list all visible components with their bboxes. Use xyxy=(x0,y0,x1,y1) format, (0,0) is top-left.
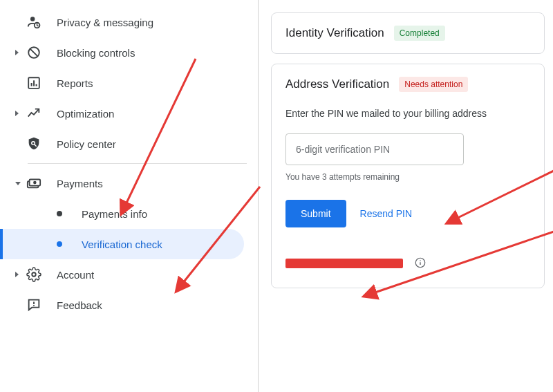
account-icon xyxy=(26,267,41,282)
optimization-icon xyxy=(26,106,41,121)
sidebar-item-blocking-controls[interactable]: Blocking controls xyxy=(0,37,258,68)
nav-label: Optimization xyxy=(57,108,114,120)
payments-icon xyxy=(26,176,41,191)
resend-pin-link[interactable]: Resend PIN xyxy=(360,208,412,219)
svg-rect-6 xyxy=(33,80,35,86)
svg-line-3 xyxy=(30,49,37,56)
submit-button[interactable]: Submit xyxy=(285,200,346,227)
svg-rect-7 xyxy=(36,84,37,86)
pin-input[interactable] xyxy=(285,133,464,165)
status-badge-completed: Completed xyxy=(394,26,445,41)
svg-point-21 xyxy=(420,260,421,261)
svg-point-0 xyxy=(30,17,35,21)
info-icon[interactable] xyxy=(414,256,427,271)
feedback-icon xyxy=(26,297,41,312)
sidebar-item-policy-center[interactable]: Policy center xyxy=(0,129,258,159)
sidebar: Privacy & messaging Blocking controls Re… xyxy=(0,0,259,392)
bullet-icon xyxy=(57,241,62,247)
svg-point-16 xyxy=(33,305,35,306)
sidebar-item-payments[interactable]: Payments xyxy=(0,168,258,198)
privacy-icon xyxy=(26,15,41,30)
svg-point-13 xyxy=(33,181,37,185)
nav-label: Payments info xyxy=(82,208,147,220)
svg-rect-5 xyxy=(31,83,32,86)
policy-icon xyxy=(26,136,41,151)
nav-label: Account xyxy=(57,269,94,281)
block-icon xyxy=(26,45,41,60)
nav-label: Payments xyxy=(57,178,103,189)
card-title: Identity Verification xyxy=(285,26,384,40)
reports-icon xyxy=(26,75,41,91)
main-content: Identity Verification Completed Address … xyxy=(259,0,553,392)
nav-label: Policy center xyxy=(57,138,116,150)
sidebar-item-payments-info[interactable]: Payments info xyxy=(0,198,258,229)
card-title: Address Verification xyxy=(285,77,389,91)
identity-verification-card: Identity Verification Completed xyxy=(271,12,545,54)
nav-label: Verification check xyxy=(82,239,162,250)
sidebar-item-privacy-messaging[interactable]: Privacy & messaging xyxy=(0,7,258,37)
divider xyxy=(28,163,247,164)
address-verification-card: Address Verification Needs attention Ent… xyxy=(271,64,545,288)
sidebar-item-reports[interactable]: Reports xyxy=(0,68,258,98)
instruction-text: Enter the PIN we mailed to your billing … xyxy=(285,107,530,121)
nav-label: Privacy & messaging xyxy=(57,17,153,28)
status-badge-attention: Needs attention xyxy=(399,77,468,92)
attempts-remaining: You have 3 attempts remaining xyxy=(285,172,530,182)
sidebar-item-account[interactable]: Account xyxy=(0,259,258,290)
redacted-text xyxy=(285,259,403,268)
nav-label: Feedback xyxy=(57,299,102,311)
bullet-icon xyxy=(57,211,62,216)
sidebar-item-feedback[interactable]: Feedback xyxy=(0,290,258,320)
nav-label: Blocking controls xyxy=(57,47,135,59)
svg-point-14 xyxy=(32,272,36,277)
sidebar-item-verification-check[interactable]: Verification check xyxy=(0,229,244,259)
nav-label: Reports xyxy=(57,77,93,89)
sidebar-item-optimization[interactable]: Optimization xyxy=(0,98,258,129)
